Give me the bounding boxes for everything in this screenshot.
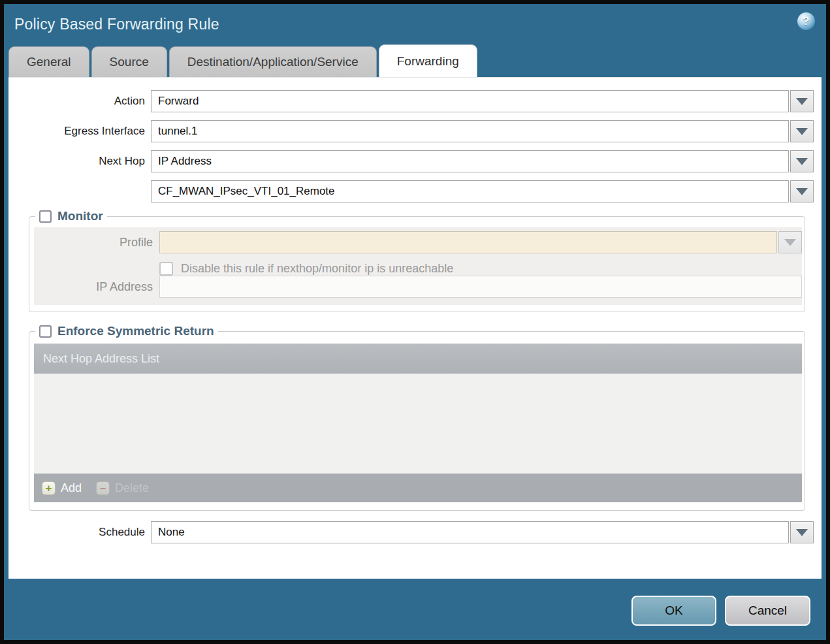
- delete-button-disabled: – Delete: [96, 481, 149, 495]
- profile-label: Profile: [34, 236, 153, 250]
- enforce-symmetric-return-group: Enforce Symmetric Return Next Hop Addres…: [29, 324, 805, 511]
- add-button-label: Add: [61, 481, 82, 495]
- action-dropdown-button[interactable]: [790, 90, 814, 112]
- tab-destination-application-service[interactable]: Destination/Application/Service: [169, 46, 377, 77]
- help-icon[interactable]: ?: [797, 12, 815, 30]
- chevron-down-icon: [796, 98, 808, 105]
- schedule-select[interactable]: None: [151, 521, 789, 543]
- next-hop-address-list-table: Next Hop Address List + Add – Delete: [34, 344, 802, 502]
- next-hop-type-select[interactable]: IP Address: [151, 150, 789, 172]
- action-value: Forward: [158, 95, 199, 108]
- ok-button[interactable]: OK: [631, 596, 716, 626]
- next-hop-address-list-header-label: Next Hop Address List: [43, 352, 159, 366]
- enforce-legend-label: Enforce Symmetric Return: [57, 324, 214, 338]
- profile-dropdown-button-disabled: [778, 231, 802, 253]
- next-hop-type-dropdown-button[interactable]: [790, 150, 814, 172]
- dialog-title: Policy Based Forwarding Rule: [14, 16, 219, 33]
- monitor-legend: Monitor: [35, 209, 107, 223]
- delete-button-label: Delete: [115, 481, 149, 495]
- schedule-dropdown-button[interactable]: [790, 521, 814, 543]
- chevron-down-icon: [796, 128, 808, 135]
- forwarding-tab-panel: Action Forward Egress Interface tunnel.1…: [8, 77, 822, 579]
- next-hop-address-list-header: Next Hop Address List: [34, 344, 802, 374]
- tab-forwarding[interactable]: Forwarding: [379, 44, 477, 77]
- schedule-value: None: [158, 526, 185, 539]
- monitor-checkbox[interactable]: [39, 210, 52, 223]
- chevron-down-icon: [796, 188, 808, 195]
- help-glyph: ?: [803, 16, 810, 27]
- chevron-down-icon: [796, 158, 808, 165]
- next-hop-type-value: IP Address: [158, 155, 212, 168]
- egress-interface-dropdown-button[interactable]: [790, 120, 814, 142]
- action-row: Action Forward: [17, 90, 814, 112]
- monitor-ip-address-input-disabled: [159, 276, 802, 298]
- monitor-group: Monitor Profile Disable this rule if nex…: [29, 209, 805, 312]
- monitor-panel: Profile Disable this rule if nexthop/mon…: [34, 227, 802, 305]
- disable-rule-row: Disable this rule if nexthop/monitor ip …: [34, 262, 802, 276]
- monitor-ip-address-label: IP Address: [34, 280, 153, 294]
- dialog-window: Policy Based Forwarding Rule ? General S…: [0, 0, 830, 644]
- chevron-down-icon: [796, 529, 808, 536]
- action-select[interactable]: Forward: [151, 90, 789, 112]
- next-hop-label: Next Hop: [17, 155, 145, 168]
- disable-rule-label: Disable this rule if nexthop/monitor ip …: [181, 262, 453, 276]
- next-hop-address-value: CF_MWAN_IPsec_VTI_01_Remote: [158, 185, 335, 198]
- tab-source[interactable]: Source: [91, 46, 167, 77]
- delete-icon: –: [96, 481, 110, 495]
- enforce-symmetric-return-checkbox[interactable]: [39, 325, 52, 338]
- tab-bar: General Source Destination/Application/S…: [4, 44, 826, 77]
- next-hop-address-dropdown-button[interactable]: [790, 180, 814, 202]
- tab-general[interactable]: General: [8, 46, 89, 77]
- profile-row: Profile: [34, 231, 802, 253]
- next-hop-address-list-footer: + Add – Delete: [34, 474, 802, 502]
- cancel-button[interactable]: Cancel: [725, 596, 810, 626]
- add-button[interactable]: + Add: [42, 481, 82, 495]
- enforce-legend: Enforce Symmetric Return: [35, 324, 218, 338]
- add-icon: +: [42, 481, 56, 495]
- disable-rule-checkbox-disabled: [159, 262, 173, 276]
- title-bar: Policy Based Forwarding Rule ?: [4, 4, 826, 44]
- profile-select-disabled: [159, 231, 777, 253]
- schedule-label: Schedule: [17, 526, 145, 539]
- action-label: Action: [17, 95, 145, 108]
- next-hop-address-select[interactable]: CF_MWAN_IPsec_VTI_01_Remote: [151, 180, 789, 202]
- monitor-legend-label: Monitor: [57, 209, 103, 223]
- monitor-ip-address-row: IP Address: [34, 276, 802, 298]
- egress-interface-select[interactable]: tunnel.1: [151, 120, 789, 142]
- next-hop-row: Next Hop IP Address: [17, 150, 814, 172]
- egress-interface-label: Egress Interface: [17, 125, 145, 138]
- next-hop-address-row: CF_MWAN_IPsec_VTI_01_Remote: [17, 180, 814, 202]
- next-hop-address-list-body[interactable]: [34, 374, 802, 474]
- egress-interface-row: Egress Interface tunnel.1: [17, 120, 814, 142]
- chevron-down-icon: [784, 239, 796, 246]
- egress-interface-value: tunnel.1: [158, 125, 198, 138]
- dialog-footer: OK Cancel: [4, 579, 826, 640]
- schedule-row: Schedule None: [17, 521, 814, 543]
